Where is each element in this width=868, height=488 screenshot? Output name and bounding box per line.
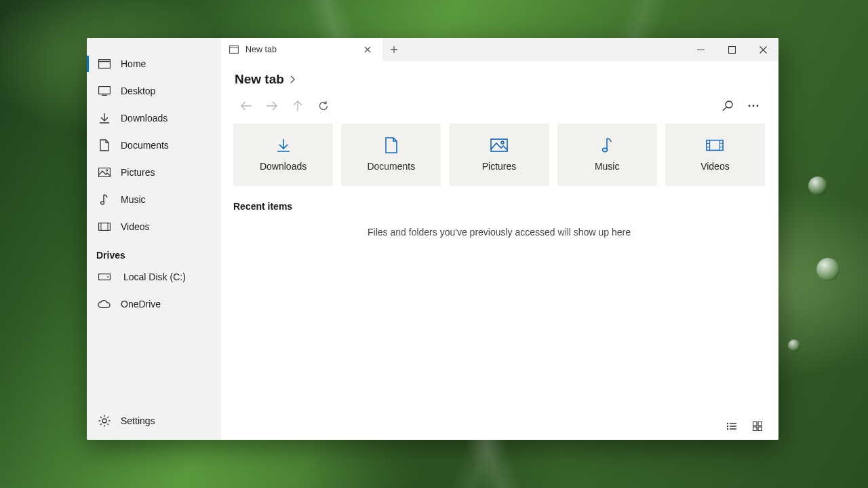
sidebar-item-label: Settings bbox=[121, 415, 155, 426]
svg-rect-61 bbox=[753, 427, 757, 431]
svg-point-40 bbox=[757, 105, 759, 107]
svg-point-39 bbox=[753, 105, 755, 107]
search-button[interactable] bbox=[715, 93, 741, 119]
maximize-icon bbox=[728, 46, 736, 54]
document-icon bbox=[98, 138, 111, 152]
arrow-up-icon bbox=[293, 100, 302, 112]
svg-rect-62 bbox=[758, 427, 762, 431]
tile-label: Downloads bbox=[260, 161, 307, 172]
more-button[interactable] bbox=[741, 93, 766, 119]
home-rect-icon bbox=[98, 57, 111, 71]
svg-rect-9 bbox=[99, 223, 111, 231]
water-drop-decoration bbox=[788, 339, 800, 352]
grid-view-icon bbox=[753, 421, 762, 431]
svg-point-13 bbox=[107, 276, 108, 278]
svg-rect-46 bbox=[707, 140, 723, 151]
svg-point-14 bbox=[102, 419, 106, 423]
up-button[interactable] bbox=[285, 93, 311, 119]
arrow-right-icon bbox=[266, 101, 278, 111]
water-drop-decoration bbox=[816, 258, 840, 281]
sidebar-item-label: Local Disk (C:) bbox=[121, 271, 186, 282]
tab-app-icon bbox=[229, 45, 239, 54]
sidebar-item-onedrive[interactable]: OneDrive bbox=[87, 290, 221, 318]
sidebar-item-desktop[interactable]: Desktop bbox=[87, 77, 221, 105]
sidebar-item-documents[interactable]: Documents bbox=[87, 132, 221, 159]
sidebar-item-label: Pictures bbox=[121, 167, 155, 178]
pictures-icon bbox=[490, 138, 508, 153]
sidebar-item-settings[interactable]: Settings bbox=[87, 407, 221, 434]
refresh-icon bbox=[318, 100, 329, 111]
svg-line-20 bbox=[107, 424, 108, 425]
disk-icon bbox=[98, 270, 111, 284]
maximize-button[interactable] bbox=[716, 38, 747, 61]
status-bar bbox=[221, 413, 778, 440]
close-icon bbox=[364, 46, 371, 53]
svg-line-21 bbox=[100, 424, 102, 425]
document-icon bbox=[382, 138, 400, 153]
recent-items-empty-message: Files and folders you've previously acce… bbox=[233, 227, 765, 238]
search-icon bbox=[722, 100, 733, 111]
window-controls bbox=[685, 38, 778, 61]
download-icon bbox=[275, 138, 292, 153]
minimize-button[interactable] bbox=[685, 38, 716, 61]
svg-point-55 bbox=[727, 426, 728, 427]
chevron-right-icon bbox=[290, 75, 295, 83]
new-tab-button[interactable] bbox=[382, 38, 406, 61]
arrow-left-icon bbox=[240, 101, 252, 111]
plus-icon bbox=[390, 45, 398, 54]
tile-videos[interactable]: Videos bbox=[665, 124, 765, 186]
water-drop-decoration bbox=[808, 176, 827, 195]
tile-documents[interactable]: Documents bbox=[341, 124, 441, 186]
pictures-icon bbox=[98, 166, 111, 179]
tab-strip: New tab bbox=[221, 38, 778, 61]
desktop-icon bbox=[98, 84, 111, 98]
sidebar-item-label: Desktop bbox=[121, 86, 155, 96]
sidebar-item-home[interactable]: Home bbox=[87, 50, 221, 77]
page-title: New tab bbox=[235, 72, 284, 87]
view-details-button[interactable] bbox=[720, 416, 743, 436]
tile-music[interactable]: Music bbox=[557, 124, 657, 186]
content-area: Downloads Documents Pictures bbox=[221, 121, 778, 413]
svg-point-44 bbox=[501, 141, 504, 144]
sidebar-item-videos[interactable]: Videos bbox=[87, 213, 221, 240]
tile-label: Videos bbox=[701, 161, 730, 172]
breadcrumb[interactable]: New tab bbox=[221, 61, 778, 91]
sidebar-section-drives: Drives bbox=[87, 240, 221, 263]
sidebar: Home Desktop Downloads Documents bbox=[87, 38, 221, 440]
sidebar-item-pictures[interactable]: Pictures bbox=[87, 159, 221, 186]
svg-rect-0 bbox=[99, 60, 111, 69]
desktop-wallpaper: Home Desktop Downloads Documents bbox=[0, 0, 868, 488]
sidebar-item-local-disk[interactable]: Local Disk (C:) bbox=[87, 263, 221, 290]
view-tiles-button[interactable] bbox=[746, 416, 769, 436]
svg-rect-59 bbox=[753, 422, 757, 426]
svg-line-37 bbox=[723, 107, 726, 111]
tile-label: Pictures bbox=[482, 161, 517, 172]
file-explorer-window: Home Desktop Downloads Documents bbox=[87, 38, 778, 440]
toolbar bbox=[221, 91, 778, 121]
download-icon bbox=[98, 111, 111, 125]
tab-label: New tab bbox=[245, 45, 277, 54]
svg-point-57 bbox=[727, 428, 728, 430]
svg-rect-6 bbox=[99, 168, 111, 177]
tab-new-tab[interactable]: New tab bbox=[221, 38, 382, 61]
gear-icon bbox=[98, 414, 111, 428]
ellipsis-icon bbox=[748, 105, 759, 107]
sidebar-item-label: OneDrive bbox=[121, 299, 161, 309]
svg-line-22 bbox=[107, 417, 108, 418]
svg-point-38 bbox=[749, 105, 751, 107]
tile-label: Music bbox=[595, 161, 620, 172]
forward-button[interactable] bbox=[259, 93, 285, 119]
svg-point-53 bbox=[727, 423, 728, 424]
sidebar-item-music[interactable]: Music bbox=[87, 186, 221, 213]
svg-rect-60 bbox=[758, 422, 762, 426]
close-window-button[interactable] bbox=[747, 38, 778, 61]
refresh-button[interactable] bbox=[311, 93, 336, 119]
svg-rect-23 bbox=[230, 46, 239, 54]
sidebar-item-downloads[interactable]: Downloads bbox=[87, 105, 221, 132]
back-button[interactable] bbox=[233, 93, 259, 119]
tile-pictures[interactable]: Pictures bbox=[449, 124, 549, 186]
tab-close-button[interactable] bbox=[359, 41, 376, 58]
svg-point-36 bbox=[726, 101, 732, 108]
tile-downloads[interactable]: Downloads bbox=[233, 124, 333, 186]
minimize-icon bbox=[697, 46, 705, 54]
